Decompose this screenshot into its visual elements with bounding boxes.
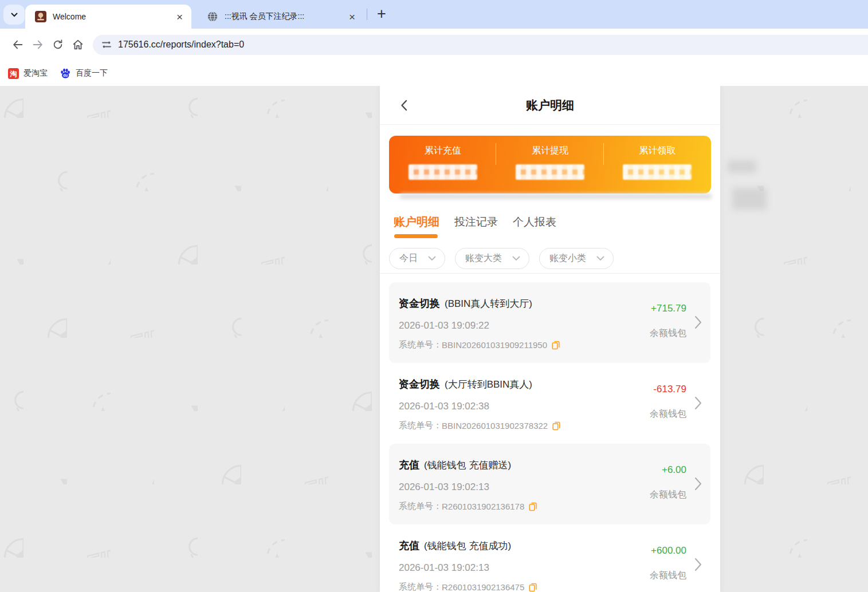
taobao-icon: 淘 xyxy=(8,68,19,79)
filter-date[interactable]: 今日 xyxy=(389,248,445,269)
copy-button[interactable] xyxy=(529,583,537,592)
bookmark-label: 爱淘宝 xyxy=(23,68,48,78)
transaction-row[interactable]: 充值 (钱能钱包 充值成功) 2026-01-03 19:02:13 系统单号：… xyxy=(389,524,710,592)
txn-type: 充值 xyxy=(399,539,419,552)
panel-header: 账户明细 xyxy=(380,86,720,125)
card-shadow xyxy=(399,194,712,199)
filter-label: 今日 xyxy=(399,252,418,265)
site-settings-icon xyxy=(101,40,112,50)
copy-icon xyxy=(529,583,537,592)
tab-bet-records[interactable]: 投注记录 xyxy=(454,215,498,238)
txn-wallet: 余额钱包 xyxy=(616,327,686,340)
filter-major-category[interactable]: 账变大类 xyxy=(455,248,529,269)
txn-time: 2026-01-03 19:02:38 xyxy=(399,401,616,412)
chevron-down-icon xyxy=(512,256,520,261)
section-tabs: 账户明细 投注记录 个人报表 xyxy=(394,214,556,238)
txn-time: 2026-01-03 19:02:13 xyxy=(399,482,616,493)
txn-order-no: BBIN202601031902378322 xyxy=(442,421,548,431)
globe-icon xyxy=(207,11,218,22)
txn-order-no: R2601031902136178 xyxy=(442,502,524,511)
close-icon[interactable]: × xyxy=(346,11,358,22)
new-tab-button[interactable]: + xyxy=(371,3,392,24)
tab-personal-report[interactable]: 个人报表 xyxy=(513,215,556,238)
summary-label: 累计充值 xyxy=(389,145,496,157)
txn-time: 2026-01-03 19:09:22 xyxy=(399,320,616,331)
bookmark-baidu[interactable]: du 百度一下 xyxy=(60,68,108,79)
forward-button[interactable] xyxy=(30,37,45,52)
tab-label: 账户明细 xyxy=(394,215,439,228)
txn-info: 资金切换 (大厅转到BBIN真人) 2026-01-03 19:02:38 系统… xyxy=(399,377,616,444)
txn-amount: -613.79 xyxy=(616,384,686,395)
back-arrow-icon xyxy=(11,38,24,51)
tab-title: Welcome xyxy=(53,12,174,21)
copy-button[interactable] xyxy=(552,341,560,350)
transaction-row[interactable]: 充值 (钱能钱包 充值赠送) 2026-01-03 19:02:13 系统单号：… xyxy=(389,444,710,524)
txn-order-no: BBIN202601031909211950 xyxy=(442,340,547,350)
txn-time: 2026-01-03 19:02:13 xyxy=(399,562,616,574)
txn-amount: +715.79 xyxy=(616,303,686,314)
filter-row: 今日 账变大类 账变小类 xyxy=(389,248,614,269)
summary-col-recharge: 累计充值 xyxy=(389,136,496,194)
tab-strip: Welcome × :::视讯 会员下注纪录::: × + xyxy=(0,0,868,29)
filter-label: 账变大类 xyxy=(465,252,502,265)
browser-toolbar: 175616.cc/reports/index?tab=0 xyxy=(0,29,868,61)
txn-type: 充值 xyxy=(399,458,419,472)
txn-order-no: R2601031902136475 xyxy=(442,582,524,592)
summary-label: 累计领取 xyxy=(604,145,711,157)
txn-order-label: 系统单号： xyxy=(399,582,442,592)
filter-minor-category[interactable]: 账变小类 xyxy=(539,248,614,269)
copy-icon xyxy=(529,502,537,511)
txn-subtitle: (钱能钱包 充值成功) xyxy=(424,539,511,552)
summary-card: 累计充值 累计提现 累计领取 xyxy=(389,136,711,194)
address-bar[interactable]: 175616.cc/reports/index?tab=0 xyxy=(93,35,868,55)
baidu-icon: du xyxy=(60,68,71,79)
copy-button[interactable] xyxy=(552,421,561,431)
tab-divider xyxy=(367,9,367,20)
casino-app-icon xyxy=(35,11,46,22)
reload-icon xyxy=(52,38,64,51)
bookmarks-bar: 淘 爱淘宝 du 百度一下 xyxy=(0,61,868,86)
txn-amount-block: -613.79 余额钱包 xyxy=(616,377,704,444)
svg-text:淘: 淘 xyxy=(10,70,17,78)
transaction-list: 资金切换 (BBIN真人转到大厅) 2026-01-03 19:09:22 系统… xyxy=(389,282,710,592)
home-icon xyxy=(72,38,84,51)
masked-value xyxy=(409,164,477,180)
txn-order-label: 系统单号： xyxy=(399,420,442,431)
chevron-right-icon xyxy=(694,477,702,491)
chevron-down-icon xyxy=(596,256,604,261)
home-button[interactable] xyxy=(70,37,85,52)
section-divider xyxy=(380,273,720,274)
copy-button[interactable] xyxy=(529,502,537,511)
transaction-row[interactable]: 资金切换 (BBIN真人转到大厅) 2026-01-03 19:09:22 系统… xyxy=(389,282,710,363)
summary-label: 累计提现 xyxy=(496,145,603,157)
tab-welcome[interactable]: Welcome × xyxy=(25,5,191,29)
txn-subtitle: (钱能钱包 充值赠送) xyxy=(424,459,511,472)
txn-type: 资金切换 xyxy=(399,377,440,391)
chevron-right-icon xyxy=(694,315,702,329)
page-background: 账户明细 累计充值 累计提现 累计领取 xyxy=(0,86,868,592)
tab-betting-records[interactable]: :::视讯 会员下注纪录::: × xyxy=(198,5,364,29)
summary-col-withdraw: 累计提现 xyxy=(496,136,603,194)
chevron-right-icon xyxy=(694,558,702,571)
blurred-region xyxy=(732,188,767,210)
tab-search-button[interactable] xyxy=(3,5,25,25)
blurred-region xyxy=(728,160,756,173)
bookmark-taobao[interactable]: 淘 爱淘宝 xyxy=(8,68,48,79)
filter-label: 账变小类 xyxy=(549,252,586,265)
reload-button[interactable] xyxy=(50,37,65,52)
txn-info: 资金切换 (BBIN真人转到大厅) 2026-01-03 19:09:22 系统… xyxy=(399,297,616,363)
tab-account-detail[interactable]: 账户明细 xyxy=(394,214,439,238)
back-button[interactable] xyxy=(10,37,25,52)
masked-value xyxy=(623,164,692,180)
txn-amount: +6.00 xyxy=(616,464,686,476)
chevron-down-icon xyxy=(428,256,436,261)
page-back-button[interactable] xyxy=(397,98,412,113)
tab-title: :::视讯 会员下注纪录::: xyxy=(225,11,346,22)
tab-label: 投注记录 xyxy=(454,216,498,228)
close-icon[interactable]: × xyxy=(174,11,186,22)
txn-amount: +600.00 xyxy=(616,545,686,557)
transaction-row[interactable]: 资金切换 (大厅转到BBIN真人) 2026-01-03 19:02:38 系统… xyxy=(389,363,710,444)
account-detail-panel: 账户明细 累计充值 累计提现 累计领取 xyxy=(380,86,720,592)
txn-subtitle: (BBIN真人转到大厅) xyxy=(445,297,532,310)
browser-window: Welcome × :::视讯 会员下注纪录::: × + xyxy=(0,0,868,592)
